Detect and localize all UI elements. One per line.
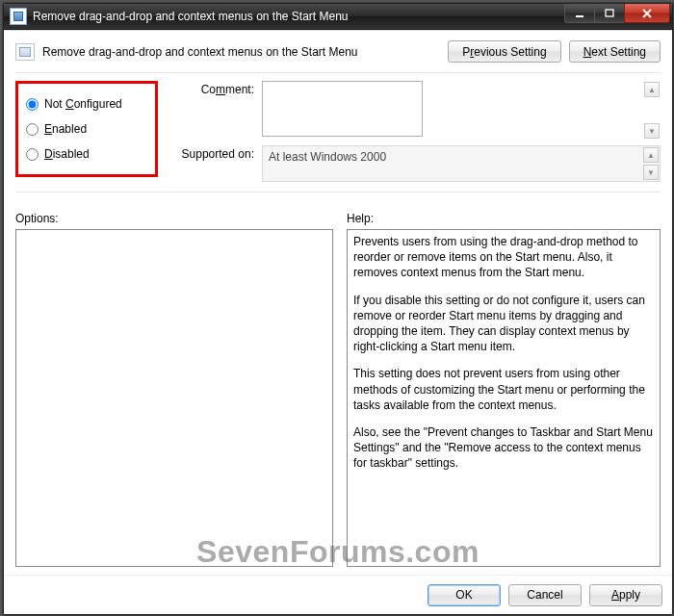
help-text: Prevents users from using the drag-and-d… [353,234,654,281]
help-text: Also, see the "Prevent changes to Taskba… [353,424,654,472]
supported-on-value: At least Windows 2000 ▲ ▼ [262,145,661,182]
supported-on-label: Supported on: [171,145,262,161]
radio-not-configured-input[interactable] [26,98,39,111]
app-icon [10,8,27,25]
dialog-window: Remove drag-and-drop and context menus o… [3,3,673,615]
cancel-button[interactable]: Cancel [508,584,582,606]
scroll-up-icon[interactable]: ▲ [644,82,660,97]
radio-not-configured[interactable]: Not Configured [24,93,151,115]
minimize-button[interactable] [564,4,595,23]
comment-label: Comment: [171,81,262,96]
divider [15,192,661,192]
radio-enabled[interactable]: Enabled [24,118,151,140]
scroll-down-icon[interactable]: ▼ [644,123,660,139]
maximize-icon [605,9,614,18]
footer: OK Cancel Apply [4,575,672,614]
help-panel[interactable]: Prevents users from using the drag-and-d… [347,229,661,567]
scroll-down-icon: ▼ [643,165,659,180]
window-buttons [565,4,670,23]
radio-disabled-input[interactable] [26,148,39,161]
options-label: Options: [15,212,333,225]
svg-rect-0 [576,15,583,17]
radio-disabled[interactable]: Disabled [24,143,151,165]
window-title: Remove drag-and-drop and context menus o… [33,10,565,23]
radio-enabled-input[interactable] [26,123,39,136]
titlebar[interactable]: Remove drag-and-drop and context menus o… [4,4,672,30]
supported-scrollbar: ▲ ▼ [643,147,659,180]
apply-button[interactable]: Apply [589,584,662,606]
previous-setting-button[interactable]: Previous Setting [448,40,560,63]
client-area: Remove drag-and-drop and context menus o… [4,30,672,614]
header-row: Remove drag-and-drop and context menus o… [15,40,661,63]
close-icon [641,9,653,18]
policy-icon [15,43,35,61]
ok-button[interactable]: OK [428,584,501,606]
help-label: Help: [347,212,661,225]
comment-scrollbar[interactable]: ▲ ▼ [644,82,660,139]
policy-title: Remove drag-and-drop and context menus o… [42,45,448,59]
minimize-icon [575,9,584,18]
help-text: This setting does not prevent users from… [353,366,654,413]
help-text: If you disable this setting or do not co… [353,293,654,355]
close-button[interactable] [624,4,670,23]
maximize-button[interactable] [594,4,625,23]
state-radio-group: Not Configured Enabled Disabled [15,81,158,177]
next-setting-button[interactable]: Next Setting [569,40,661,63]
options-panel [15,229,333,567]
divider [15,72,661,73]
svg-rect-1 [606,10,613,16]
scroll-up-icon: ▲ [643,147,659,163]
comment-input[interactable] [262,81,423,137]
